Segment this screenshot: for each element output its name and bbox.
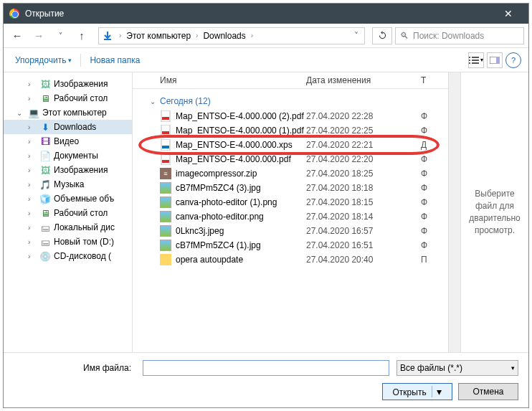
filename-label: Имя файла: bbox=[14, 363, 136, 373]
tree-item[interactable]: ›🖼Изображения bbox=[4, 77, 132, 91]
file-name: cB7fMPm5ZC4 (1).jpg bbox=[176, 240, 306, 250]
file-type: Д bbox=[421, 140, 442, 150]
tree-item-label: CD-дисковод ( bbox=[54, 251, 111, 261]
zip-icon: ≡ bbox=[160, 168, 171, 179]
tree-item[interactable]: ›🎞Видео bbox=[4, 134, 132, 148]
expand-icon: › bbox=[28, 181, 37, 189]
file-name: Map_ENTSO-E-4.000.000.pdf bbox=[176, 154, 306, 164]
help-button[interactable]: ? bbox=[505, 52, 521, 68]
file-row[interactable]: canva-photo-editor.png27.04.2020 18:14Ф bbox=[146, 209, 448, 224]
file-row[interactable]: Map_ENTSO-E-4.000.000 (1).pdf27.04.2020 … bbox=[146, 123, 448, 138]
image-icon bbox=[160, 211, 171, 222]
file-row[interactable]: 0Lknc3j.jpeg27.04.2020 16:57Ф bbox=[146, 224, 448, 238]
file-list-pane: Имя Дата изменения Т ⌄ Сегодня (12) Map_… bbox=[133, 72, 448, 352]
search-input[interactable]: 🔍︎ Поиск: Downloads bbox=[395, 27, 524, 44]
file-row[interactable]: opera autoupdate27.04.2020 20:40П bbox=[146, 252, 448, 267]
view-mode-button[interactable]: ▾ bbox=[468, 52, 484, 68]
pc-icon: 💻 bbox=[28, 107, 39, 118]
images-icon: 🖼 bbox=[39, 78, 51, 90]
tree-item[interactable]: ›🖼Изображения bbox=[4, 163, 132, 177]
expand-icon: › bbox=[28, 166, 37, 174]
filename-input[interactable] bbox=[143, 360, 389, 376]
svg-rect-6 bbox=[472, 62, 479, 64]
file-list[interactable]: ⌄ Сегодня (12) Map_ENTSO-E-4.000.000 (2)… bbox=[133, 89, 448, 352]
svg-rect-9 bbox=[161, 110, 170, 122]
breadcrumb-dropdown[interactable]: ˅ bbox=[351, 31, 361, 41]
tree-item[interactable]: ›📄Документы bbox=[4, 148, 132, 163]
tree-item[interactable]: ›💿CD-дисковод ( bbox=[4, 249, 132, 263]
file-row[interactable]: Map_ENTSO-E-4.000.000 (2).pdf27.04.2020 … bbox=[146, 109, 448, 123]
tree-item[interactable]: ›🖥Рабочий стол bbox=[4, 91, 132, 105]
breadcrumb-bar[interactable]: › Этот компьютер › Downloads › ˅ bbox=[98, 27, 365, 44]
tree-item[interactable]: ›⬇Downloads bbox=[4, 120, 132, 134]
tree-item-label: Этот компьютер bbox=[42, 108, 107, 118]
svg-rect-12 bbox=[162, 131, 169, 134]
nav-toolbar: ← → ˅ ↑ › Этот компьютер › Downloads › ˅… bbox=[4, 24, 528, 48]
expand-icon: › bbox=[28, 195, 37, 203]
organize-menu[interactable]: Упорядочить▾ bbox=[11, 52, 76, 68]
new-folder-button[interactable]: Новая папка bbox=[85, 52, 144, 68]
music-icon: 🎵 bbox=[39, 179, 51, 190]
file-date: 27.04.2020 16:57 bbox=[306, 226, 421, 236]
file-row[interactable]: cB7fMPm5ZC4 (3).jpg27.04.2020 18:18Ф bbox=[146, 181, 448, 195]
svg-rect-3 bbox=[469, 62, 470, 64]
3d-icon: 🧊 bbox=[39, 193, 51, 204]
file-name: Map_ENTSO-E-4.000.000 (1).pdf bbox=[176, 126, 306, 136]
tree-item[interactable]: ›🖴Новый том (D:) bbox=[4, 235, 132, 249]
svg-rect-10 bbox=[162, 117, 169, 120]
file-type: Ф bbox=[421, 226, 442, 236]
svg-rect-14 bbox=[162, 146, 169, 148]
dialog-body: ›🖼Изображения›🖥Рабочий стол⌄💻Этот компью… bbox=[4, 72, 528, 352]
chevron-right-icon: › bbox=[116, 32, 124, 39]
svg-rect-15 bbox=[161, 153, 170, 165]
cancel-button[interactable]: Отмена bbox=[458, 383, 518, 400]
col-type[interactable]: Т bbox=[421, 75, 442, 85]
svg-rect-8 bbox=[496, 57, 500, 64]
refresh-button[interactable] bbox=[372, 27, 392, 44]
recent-dropdown[interactable]: ˅ bbox=[51, 27, 70, 45]
tree-item-label: Изображения bbox=[54, 79, 108, 89]
preview-pane-button[interactable] bbox=[487, 52, 503, 68]
image-icon bbox=[160, 197, 171, 208]
file-date: 27.04.2020 22:25 bbox=[306, 126, 421, 136]
search-placeholder: Поиск: Downloads bbox=[413, 31, 484, 41]
up-button[interactable]: ↑ bbox=[72, 27, 91, 45]
file-date: 27.04.2020 22:21 bbox=[306, 140, 421, 150]
tree-item-label: Изображения bbox=[54, 165, 108, 175]
file-row[interactable]: canva-photo-editor (1).png27.04.2020 18:… bbox=[146, 195, 448, 209]
tree-item[interactable]: ›🖥Рабочий стол bbox=[4, 206, 132, 220]
file-row[interactable]: ≡imagecompressor.zip27.04.2020 18:25Ф bbox=[146, 166, 448, 181]
image-icon bbox=[160, 240, 171, 251]
preview-placeholder: Выберите файл для дварительно просмотр. bbox=[467, 188, 523, 236]
tree-item[interactable]: ⌄💻Этот компьютер bbox=[4, 105, 132, 120]
tree-item[interactable]: ›🧊Объемные объ bbox=[4, 192, 132, 206]
file-row[interactable]: Map_ENTSO-E-4.000.000.pdf27.04.2020 22:2… bbox=[146, 152, 448, 166]
expand-icon: › bbox=[28, 252, 37, 260]
col-name[interactable]: Имя bbox=[160, 75, 306, 85]
group-header-today[interactable]: ⌄ Сегодня (12) bbox=[146, 92, 448, 109]
open-file-dialog: Открытие ✕ ← → ˅ ↑ › Этот компьютер › Do… bbox=[3, 3, 529, 408]
tree-item[interactable]: ›🎵Музыка bbox=[4, 177, 132, 192]
vertical-scrollbar[interactable] bbox=[448, 72, 460, 352]
tree-item-label: Downloads bbox=[54, 122, 96, 132]
tree-item-label: Локальный дис bbox=[54, 222, 115, 232]
cd-icon: 💿 bbox=[39, 250, 51, 262]
file-name: Map_ENTSO-E-4.000.000 (2).pdf bbox=[176, 111, 306, 121]
col-date[interactable]: Дата изменения bbox=[306, 75, 421, 85]
back-button[interactable]: ← bbox=[8, 27, 27, 45]
tree-item-label: Рабочий стол bbox=[54, 208, 108, 218]
tree-item[interactable]: ›🖴Локальный дис bbox=[4, 220, 132, 235]
chevron-right-icon: › bbox=[248, 32, 256, 39]
svg-rect-13 bbox=[161, 139, 170, 151]
forward-button[interactable]: → bbox=[29, 27, 48, 45]
nav-tree[interactable]: ›🖼Изображения›🖥Рабочий стол⌄💻Этот компью… bbox=[4, 72, 133, 352]
crumb-folder[interactable]: Downloads bbox=[201, 31, 247, 41]
column-headers[interactable]: Имя Дата изменения Т bbox=[133, 72, 448, 89]
close-button[interactable]: ✕ bbox=[494, 8, 523, 19]
file-row[interactable]: cB7fMPm5ZC4 (1).jpg27.04.2020 16:51Ф bbox=[146, 238, 448, 252]
svg-rect-4 bbox=[472, 57, 479, 58]
open-button[interactable]: Открыть ▾ bbox=[382, 383, 452, 400]
file-row[interactable]: Map_ENTSO-E-4.000.000.xps27.04.2020 22:2… bbox=[146, 138, 448, 152]
file-type-filter[interactable]: Все файлы (*.*)▾ bbox=[396, 360, 518, 376]
crumb-pc[interactable]: Этот компьютер bbox=[124, 31, 193, 41]
